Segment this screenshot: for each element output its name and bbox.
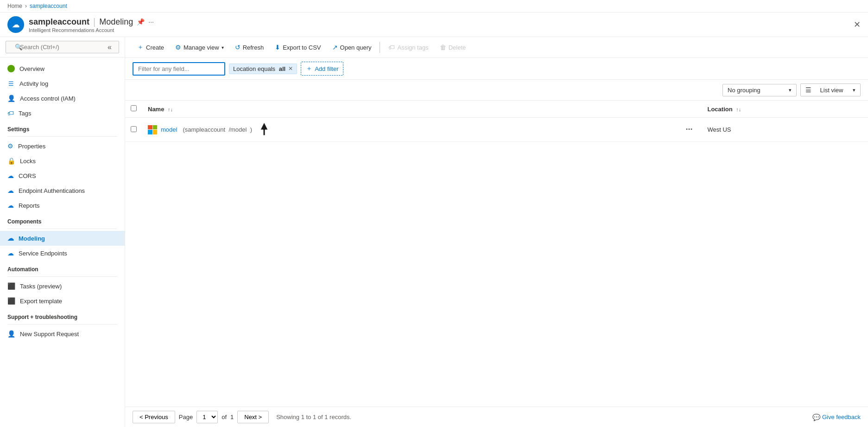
sidebar-item-label: Service Endpoints <box>19 250 67 257</box>
properties-icon: ⚙ <box>7 142 13 150</box>
refresh-button[interactable]: ↺ Refresh <box>230 41 269 53</box>
sidebar-item-label: CORS <box>19 172 36 179</box>
location-column-header[interactable]: Location ↑↓ <box>702 101 868 118</box>
locks-icon: 🔒 <box>7 157 15 165</box>
export-template-icon: ⬛ <box>7 297 15 305</box>
model-name-link[interactable]: model <box>161 126 177 133</box>
search-input[interactable] <box>6 41 119 53</box>
pin-icon[interactable]: 📌 <box>137 18 145 25</box>
sidebar-item-modeling[interactable]: ☁ Modeling <box>0 231 125 246</box>
export-csv-icon: ⬇ <box>275 44 280 51</box>
account-logo: ☁ <box>7 16 24 33</box>
activity-log-icon: ☰ <box>7 80 15 87</box>
next-button[interactable]: Next > <box>237 411 269 423</box>
assign-tags-button[interactable]: 🏷 Assign tags <box>384 41 433 53</box>
page-title: Modeling <box>99 17 133 27</box>
modeling-icon: ☁ <box>7 235 14 242</box>
page-subtitle: Intelligent Recommendations Account <box>29 27 154 33</box>
cors-icon: ☁ <box>7 172 14 179</box>
export-csv-button[interactable]: ⬇ Export to CSV <box>270 41 325 53</box>
svg-marker-0 <box>260 122 268 135</box>
sidebar-item-label: Endpoint Authentications <box>19 187 85 194</box>
reports-icon: ☁ <box>7 202 14 209</box>
manage-view-icon: ⚙ <box>175 44 181 51</box>
arrow-up-indicator <box>259 121 270 138</box>
more-icon[interactable]: ··· <box>148 18 154 25</box>
page-select[interactable]: 1 <box>196 411 218 423</box>
sidebar-item-locks[interactable]: 🔒 Locks <box>0 153 125 168</box>
add-filter-icon: ＋ <box>306 64 312 73</box>
select-all-checkbox[interactable] <box>131 105 137 111</box>
previous-button[interactable]: < Previous <box>133 411 175 423</box>
close-button[interactable]: ✕ <box>854 19 861 30</box>
active-filter-tag: Location equals all ✕ <box>229 64 297 74</box>
sidebar-item-endpoint-auth[interactable]: ☁ Endpoint Authentications <box>0 183 125 198</box>
open-query-icon: ↗ <box>332 44 338 51</box>
sidebar-item-reports[interactable]: ☁ Reports <box>0 198 125 213</box>
ms-logo <box>148 125 157 134</box>
sidebar-item-label: New Support Request <box>20 331 79 338</box>
create-button[interactable]: ＋ Create <box>133 41 169 54</box>
delete-icon: 🗑 <box>440 44 446 51</box>
sidebar-item-label: Locks <box>20 158 36 165</box>
grouping-dropdown[interactable]: No grouping ▾ <box>722 84 797 96</box>
feedback-icon: 💬 <box>812 414 820 421</box>
location-cell: West US <box>702 118 868 142</box>
sidebar-item-access-control[interactable]: 👤 Access control (IAM) <box>0 91 125 106</box>
sidebar-item-label: Tags <box>19 110 31 117</box>
service-endpoints-icon: ☁ <box>7 249 14 257</box>
open-query-button[interactable]: ↗ Open query <box>328 41 376 53</box>
assign-tags-icon: 🏷 <box>388 44 395 51</box>
sidebar-item-export-template[interactable]: ⬛ Export template <box>0 293 125 308</box>
sidebar-item-new-support[interactable]: 👤 New Support Request <box>0 326 125 341</box>
access-control-icon: 👤 <box>7 95 15 102</box>
manage-view-button[interactable]: ⚙ Manage view ▾ <box>171 41 228 53</box>
give-feedback-button[interactable]: 💬 Give feedback <box>812 414 861 421</box>
sidebar-item-label: Overview <box>19 65 44 72</box>
delete-button[interactable]: 🗑 Delete <box>435 41 471 53</box>
total-pages: 1 <box>230 414 234 421</box>
filter-tag-label: Location equals all <box>233 65 285 72</box>
create-icon: ＋ <box>137 43 144 51</box>
breadcrumb-home[interactable]: Home <box>7 3 22 9</box>
tags-icon: 🏷 <box>7 109 14 117</box>
sidebar-item-tags[interactable]: 🏷 Tags <box>0 106 125 121</box>
settings-section-label: Settings <box>0 121 125 134</box>
grouping-chevron-icon: ▾ <box>789 87 792 93</box>
sidebar-item-overview[interactable]: Overview <box>0 61 125 76</box>
sidebar-item-properties[interactable]: ⚙ Properties <box>0 139 125 153</box>
breadcrumb-sep: › <box>25 3 27 9</box>
name-column-header[interactable]: Name ↑↓ <box>142 101 702 118</box>
of-label: of <box>222 414 227 421</box>
overview-icon <box>7 65 15 72</box>
table-row: model (sampleaccount /model ) ··· <box>125 118 868 142</box>
tasks-icon: ⬛ <box>7 282 15 290</box>
manage-view-chevron: ▾ <box>222 45 224 50</box>
breadcrumb-current[interactable]: sampleaccount <box>30 3 67 9</box>
add-filter-button[interactable]: ＋ Add filter <box>301 62 343 76</box>
sidebar-item-label: Modeling <box>19 235 45 242</box>
view-type-dropdown[interactable]: ☰ List view ▾ <box>800 83 861 96</box>
support-section-label: Support + troubleshooting <box>0 308 125 322</box>
filter-tag-close-icon[interactable]: ✕ <box>288 65 293 72</box>
page-label: Page <box>179 414 193 421</box>
sidebar-item-label: Properties <box>18 143 45 150</box>
sidebar-item-label: Access control (IAM) <box>20 95 76 102</box>
collapse-sidebar-button[interactable]: « <box>108 43 112 51</box>
row-checkbox[interactable] <box>131 126 137 132</box>
new-support-icon: 👤 <box>7 330 15 338</box>
list-view-icon: ☰ <box>805 86 811 94</box>
endpoint-auth-icon: ☁ <box>7 187 14 194</box>
title-separator: | <box>93 17 95 27</box>
row-more-button[interactable]: ··· <box>682 124 696 135</box>
filter-input[interactable] <box>133 62 225 76</box>
sidebar-item-label: Reports <box>19 202 40 209</box>
sidebar-item-tasks[interactable]: ⬛ Tasks (preview) <box>0 279 125 293</box>
showing-text: Showing 1 to 1 of 1 records. <box>276 414 351 421</box>
components-section-label: Components <box>0 213 125 227</box>
toolbar-divider <box>380 42 380 53</box>
sidebar-item-cors[interactable]: ☁ CORS <box>0 168 125 183</box>
sidebar-item-activity-log[interactable]: ☰ Activity log <box>0 76 125 91</box>
sidebar-item-label: Tasks (preview) <box>20 283 62 290</box>
sidebar-item-service-endpoints[interactable]: ☁ Service Endpoints <box>0 246 125 261</box>
